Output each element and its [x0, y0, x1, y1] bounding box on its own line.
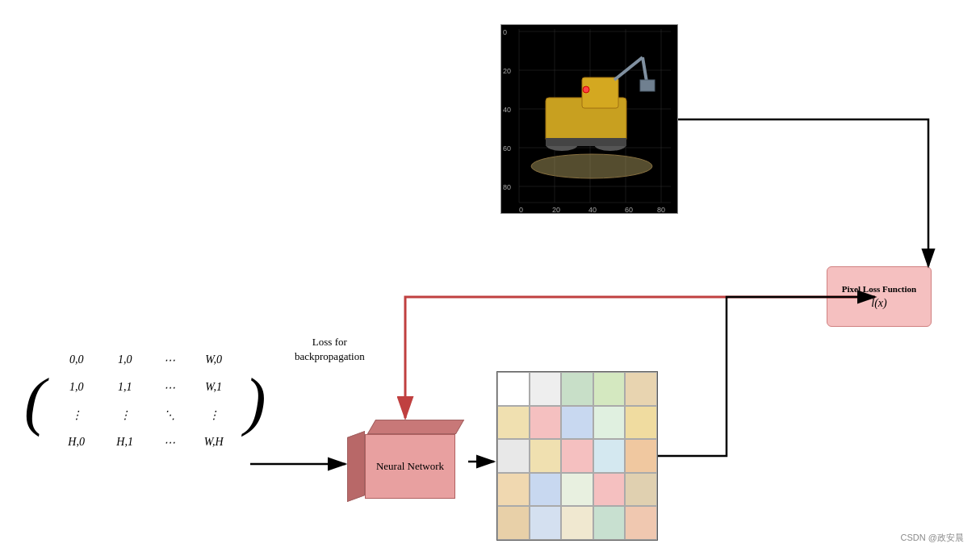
color-output-grid	[496, 371, 658, 541]
matrix-grid: 0,0 1,0 ⋯ W,0 1,0 1,1 ⋯ W,1 ⋮ ⋮ ⋱ ⋮ H,0 …	[52, 347, 238, 455]
input-matrix: ( 0,0 1,0 ⋯ W,0 1,0 1,1 ⋯ W,1 ⋮ ⋮ ⋱ ⋮ H,…	[24, 347, 266, 455]
svg-text:40: 40	[588, 206, 597, 214]
backprop-text: Loss forbackpropagation	[295, 336, 365, 362]
cell-2-0: ⋮	[71, 408, 82, 422]
cell-0-0: 0,0	[69, 353, 84, 366]
svg-point-30	[583, 86, 589, 93]
cell-3-3: W,H	[204, 436, 224, 449]
input-image-plot: 0 20 40 60 80 0 20 40 60 80	[500, 24, 678, 214]
svg-text:80: 80	[657, 206, 665, 214]
cell-2-1: ⋮	[119, 408, 131, 422]
grid-cell-1-2	[561, 406, 593, 440]
pixel-loss-title: Pixel Loss Function	[842, 283, 916, 295]
image-to-loss-arrow	[678, 119, 928, 266]
grid-cell-3-4	[625, 473, 657, 507]
svg-line-24	[643, 57, 647, 82]
bracket-left: (	[24, 369, 46, 433]
svg-line-23	[614, 57, 643, 80]
svg-rect-25	[640, 80, 655, 91]
grid-cell-0-0	[497, 372, 530, 406]
neural-network-label: Neural Network	[376, 460, 444, 473]
grid-cell-2-2	[561, 439, 593, 473]
cell-3-0: H,0	[68, 436, 85, 449]
grid-cell-4-3	[593, 506, 626, 540]
watermark: CSDN @政安晨	[901, 532, 964, 544]
svg-text:0: 0	[519, 206, 523, 214]
grid-cell-1-3	[593, 406, 626, 440]
grid-cell-3-1	[530, 473, 562, 507]
grid-cell-2-1	[530, 439, 562, 473]
grid-cell-1-0	[497, 406, 530, 440]
grid-cell-2-0	[497, 439, 530, 473]
cell-2-3: ⋮	[208, 408, 220, 422]
plot-svg: 0 20 40 60 80 0 20 40 60 80	[501, 25, 679, 215]
grid-cell-3-2	[561, 473, 593, 507]
backprop-label: Loss forbackpropagation	[295, 335, 365, 364]
grid-cell-0-4	[625, 372, 657, 406]
svg-text:60: 60	[625, 206, 633, 214]
cell-1-2: ⋯	[164, 381, 175, 395]
grid-cell-0-1	[530, 372, 562, 406]
pixel-loss-box: Pixel Loss Function l(x)	[827, 266, 932, 327]
cell-3-2: ⋯	[164, 436, 175, 449]
cell-0-2: ⋯	[164, 353, 175, 367]
grid-cell-3-0	[497, 473, 530, 507]
grid-cell-4-4	[625, 506, 657, 540]
svg-text:80: 80	[503, 183, 511, 191]
pixel-loss-formula: l(x)	[871, 297, 886, 310]
svg-text:60: 60	[503, 144, 511, 153]
grid-cell-4-1	[530, 506, 562, 540]
grid-cell-4-2	[561, 506, 593, 540]
cell-0-3: W,0	[205, 353, 222, 366]
neural-network-box: Neural Network	[347, 420, 464, 504]
grid-cell-1-4	[625, 406, 657, 440]
svg-text:20: 20	[503, 67, 511, 75]
cell-0-1: 1,0	[118, 353, 132, 366]
cell-1-1: 1,1	[118, 381, 132, 394]
grid-cell-4-0	[497, 506, 530, 540]
grid-cell-0-2	[561, 372, 593, 406]
grid-cell-2-4	[625, 439, 657, 473]
svg-rect-28	[546, 138, 626, 146]
cell-1-3: W,1	[205, 381, 222, 394]
cell-3-1: H,1	[116, 436, 133, 449]
main-canvas: ( 0,0 1,0 ⋯ W,0 1,0 1,1 ⋯ W,1 ⋮ ⋮ ⋱ ⋮ H,…	[0, 0, 980, 556]
svg-text:40: 40	[503, 106, 511, 114]
svg-text:0: 0	[503, 28, 507, 36]
svg-point-29	[531, 154, 652, 178]
svg-text:20: 20	[552, 206, 560, 214]
grid-cell-3-3	[593, 473, 626, 507]
cell-2-2: ⋱	[164, 408, 175, 422]
grid-cell-1-1	[530, 406, 562, 440]
grid-cell-0-3	[593, 372, 626, 406]
bracket-right: )	[245, 369, 266, 433]
cell-1-0: 1,0	[69, 381, 84, 394]
grid-cell-2-3	[593, 439, 626, 473]
